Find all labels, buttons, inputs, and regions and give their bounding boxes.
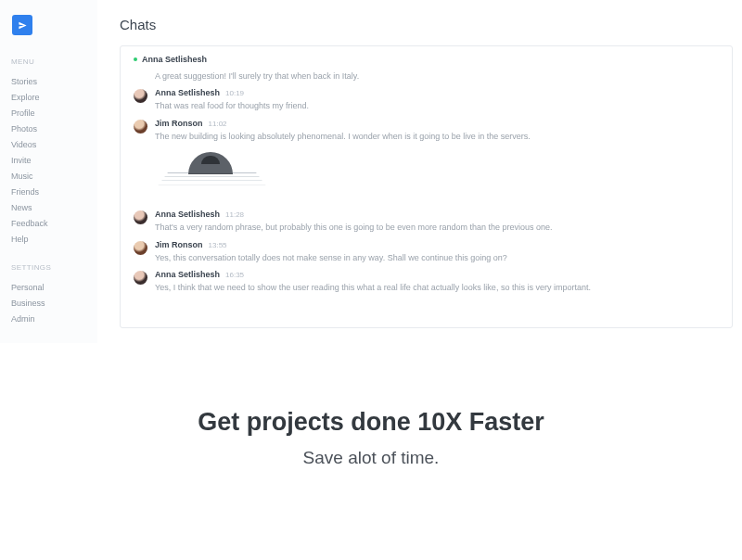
nav-photos[interactable]: Photos xyxy=(11,121,96,136)
nav-settings-section: SETTINGS Personal Business Admin xyxy=(11,263,96,326)
nav-feedback[interactable]: Feedback xyxy=(11,215,96,231)
avatar[interactable] xyxy=(134,210,147,224)
active-user-row[interactable]: Anna Setlishesh xyxy=(121,52,732,70)
sidebar: MENU Stories Explore Profile Photos Vide… xyxy=(0,0,97,343)
message-text: Yes, I think that we need to show the us… xyxy=(155,279,719,295)
main-content: Chats Anna Setlishesh A great suggestion… xyxy=(97,0,742,343)
app-logo[interactable] xyxy=(12,15,32,35)
nav-admin[interactable]: Admin xyxy=(11,311,96,326)
send-icon xyxy=(18,20,28,31)
nav-music[interactable]: Music xyxy=(11,168,96,184)
nav-help[interactable]: Help xyxy=(11,231,96,247)
message-author: Anna Setlishesh xyxy=(155,88,220,97)
hero-title: Get projects done 10X Faster xyxy=(0,408,742,437)
message-attachment[interactable] xyxy=(134,143,719,204)
nav-videos[interactable]: Videos xyxy=(11,136,96,152)
message-time: 10:19 xyxy=(225,89,244,97)
message-time: 11:28 xyxy=(225,210,244,219)
message-text: Yes, this conversation totally does not … xyxy=(155,249,719,265)
message-author: Jim Ronson xyxy=(155,240,203,249)
message-time: 13:55 xyxy=(209,241,227,249)
message-text: That was real food for thoughts my frien… xyxy=(155,97,719,113)
page-title: Chats xyxy=(120,17,733,32)
nav-business[interactable]: Business xyxy=(11,295,96,311)
message-item: Anna Setlishesh 11:28 That's a very rand… xyxy=(121,206,732,236)
nav-news[interactable]: News xyxy=(11,199,96,215)
message-item: Anna Setlishesh 16:35 Yes, I think that … xyxy=(121,266,732,297)
online-dot-icon xyxy=(134,57,137,61)
message-item: Anna Setlishesh 10:19 That was real food… xyxy=(121,84,732,115)
menu-label: MENU xyxy=(11,57,96,66)
nav-personal[interactable]: Personal xyxy=(11,279,96,295)
nav-friends[interactable]: Friends xyxy=(11,184,96,199)
message-reply: A great suggestion! I'll surely try that… xyxy=(121,70,732,84)
hero-subtitle: Save alot of time. xyxy=(0,448,742,468)
app-screenshot: MENU Stories Explore Profile Photos Vide… xyxy=(0,0,742,343)
building-render-icon xyxy=(168,148,256,195)
message-text: The new building is looking absolutely p… xyxy=(155,128,719,144)
nav-profile[interactable]: Profile xyxy=(11,105,96,121)
message-text: That's a very random phrase, but probabl… xyxy=(155,219,719,235)
avatar[interactable] xyxy=(134,89,147,103)
chat-card: Anna Setlishesh A great suggestion! I'll… xyxy=(120,45,733,328)
settings-label: SETTINGS xyxy=(11,263,96,272)
avatar[interactable] xyxy=(134,120,147,134)
nav-explore[interactable]: Explore xyxy=(11,89,96,105)
message-time: 16:35 xyxy=(225,271,244,279)
avatar[interactable] xyxy=(134,271,147,285)
message-item: Jim Ronson 11:02 The new building is loo… xyxy=(121,115,732,207)
active-user-name: Anna Setlishesh xyxy=(142,55,207,64)
avatar[interactable] xyxy=(134,241,147,255)
message-author: Anna Setlishesh xyxy=(155,210,220,219)
message-time: 11:02 xyxy=(209,120,227,128)
hero-section: Get projects done 10X Faster Save alot o… xyxy=(0,343,742,468)
message-item: Jim Ronson 13:55 Yes, this conversation … xyxy=(121,236,732,267)
message-author: Anna Setlishesh xyxy=(155,270,220,279)
nav-menu-section: MENU Stories Explore Profile Photos Vide… xyxy=(11,57,96,247)
nav-invite[interactable]: Invite xyxy=(11,152,96,168)
nav-stories[interactable]: Stories xyxy=(11,73,96,89)
message-author: Jim Ronson xyxy=(155,119,203,128)
